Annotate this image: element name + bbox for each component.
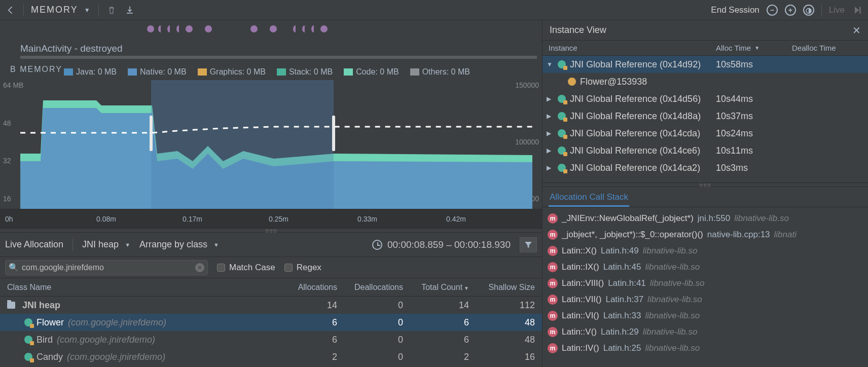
object-icon — [568, 78, 576, 86]
table-row[interactable]: Bird (com.google.jnirefdemo) 60648 — [0, 331, 542, 348]
method-badge-icon: m — [548, 295, 558, 305]
search-icon: 🔍 — [9, 263, 19, 272]
toolbar-separator — [821, 4, 822, 16]
instance-row[interactable]: ▼ JNI Global Reference (0x14d92)10s58ms — [542, 56, 868, 73]
x-axis: 0h 0.08m 0.17m 0.25m 0.33m 0.42m — [0, 209, 542, 228]
sort-desc-icon: ▼ — [464, 285, 469, 291]
memory-legend: Java: 0 MB Native: 0 MB Graphics: 0 MB S… — [0, 65, 542, 79]
allocation-mode-select[interactable]: Live Allocation — [5, 239, 63, 250]
folder-icon — [7, 302, 15, 309]
profiler-tab-selector[interactable]: MEMORY ▼ — [31, 5, 91, 15]
object-icon — [558, 112, 566, 120]
stack-frame[interactable]: m _jobject*, _jobject*)::$_0::operator()… — [548, 227, 863, 243]
instance-row[interactable]: ▶ JNI Global Reference (0x14d56)10s44ms — [542, 90, 868, 107]
arrange-select[interactable]: Arrange by class▼ — [139, 239, 219, 250]
header-total-count[interactable]: Total Count▼ — [410, 283, 476, 292]
header-deallocations[interactable]: Deallocations — [344, 283, 410, 292]
main-toolbar: MEMORY ▼ End Session − + ◑ Live — [0, 0, 868, 20]
method-badge-icon: m — [548, 278, 558, 288]
horizontal-grip[interactable]: ⠿⠿⠿ — [542, 182, 868, 187]
instance-row[interactable]: ▶ JNI Global Reference (0x14d8a)10s37ms — [542, 107, 868, 125]
method-badge-icon: m — [548, 213, 558, 224]
disclosure-closed-icon[interactable]: ▶ — [547, 130, 555, 137]
header-instance[interactable]: Instance — [542, 44, 716, 52]
export-icon[interactable] — [124, 5, 135, 16]
header-class-name[interactable]: Class Name — [0, 283, 278, 292]
disclosure-closed-icon[interactable]: ▶ — [547, 147, 555, 154]
instance-view-body: ▼ JNI Global Reference (0x14d92)10s58msF… — [542, 56, 868, 182]
memory-axis-label: B MEMORY — [10, 65, 62, 74]
stack-frame[interactable]: m Latin::VIII() Latin.h:41 libnative-lib… — [548, 275, 863, 291]
disclosure-closed-icon[interactable]: ▶ — [547, 95, 555, 102]
sort-desc-icon: ▼ — [754, 45, 760, 51]
activity-bar — [20, 56, 537, 59]
call-stack-tabs: Allocation Call Stack — [542, 187, 868, 207]
class-table: Class Name Allocations Deallocations Tot… — [0, 278, 542, 367]
table-row[interactable]: Candy (com.google.jnirefdemo) 20216 — [0, 348, 542, 365]
instance-row[interactable]: ▶ JNI Global Reference (0x14ce6)10s11ms — [542, 142, 868, 159]
svg-rect-3 — [332, 116, 335, 151]
table-row[interactable]: Flower (com.google.jnirefdemo) 60648 — [0, 314, 542, 331]
profiler-tab-label: MEMORY — [31, 5, 78, 15]
memory-chart[interactable]: MainActivity - destroyed B MEMORY Java: … — [0, 20, 542, 228]
regex-checkbox[interactable]: Regex — [284, 263, 321, 273]
search-input-wrapper: 🔍 ✕ — [5, 260, 208, 275]
method-badge-icon: m — [548, 311, 558, 321]
object-icon — [558, 129, 566, 137]
match-case-checkbox[interactable]: Match Case — [217, 263, 275, 273]
toolbar-separator — [23, 4, 24, 16]
back-icon[interactable] — [5, 5, 16, 16]
disclosure-open-icon[interactable]: ▼ — [547, 61, 555, 68]
instance-child-row[interactable]: Flower@153938 — [542, 73, 868, 90]
go-live-icon[interactable] — [852, 5, 863, 16]
clear-search-icon[interactable]: ✕ — [195, 263, 204, 272]
object-icon — [558, 164, 566, 172]
class-icon — [24, 318, 32, 326]
toolbar-separator — [98, 4, 99, 16]
table-row-root[interactable]: JNI heap 14 0 14 112 — [0, 297, 542, 314]
stack-frame[interactable]: m _JNIEnv::NewGlobalRef(_jobject*) jni.h… — [548, 210, 863, 227]
zoom-out-icon[interactable]: − — [767, 5, 778, 16]
call-stack-body: m _JNIEnv::NewGlobalRef(_jobject*) jni.h… — [542, 207, 868, 367]
header-alloc-time[interactable]: Alloc Time▼ — [716, 44, 792, 52]
header-allocations[interactable]: Allocations — [278, 283, 344, 292]
chevron-down-icon: ▼ — [84, 7, 91, 14]
method-badge-icon: m — [548, 327, 558, 337]
stack-frame[interactable]: m Latin::X() Latin.h:49 libnative-lib.so — [548, 243, 863, 259]
zoom-in-icon[interactable]: + — [785, 5, 796, 16]
allocation-controls: Live Allocation JNI heap▼ Arrange by cla… — [0, 233, 542, 257]
end-session-button[interactable]: End Session — [711, 5, 759, 15]
disclosure-closed-icon[interactable]: ▶ — [547, 164, 555, 171]
horizontal-grip[interactable]: ⠿⠿⠿ — [0, 228, 542, 233]
controls-separator — [73, 239, 73, 251]
trash-icon[interactable] — [106, 5, 117, 16]
heap-select[interactable]: JNI heap▼ — [82, 239, 130, 250]
method-badge-icon: m — [548, 230, 558, 240]
clock-icon — [372, 240, 382, 250]
disclosure-closed-icon[interactable]: ▶ — [547, 113, 555, 120]
search-input[interactable] — [22, 263, 192, 272]
instance-row[interactable]: ▶ JNI Global Reference (0x14ca2)10s3ms — [542, 159, 868, 176]
activity-label: MainActivity - destroyed — [20, 43, 123, 54]
stack-frame[interactable]: m Latin::IV() Latin.h:25 libnative-lib.s… — [548, 340, 863, 356]
svg-rect-1 — [151, 80, 334, 218]
search-bar: 🔍 ✕ Match Case Regex — [0, 257, 542, 278]
stack-frame[interactable]: m Latin::VII() Latin.h:37 libnative-lib.… — [548, 291, 863, 308]
stack-frame[interactable]: m Latin::V() Latin.h:29 libnative-lib.so — [548, 324, 863, 340]
tab-allocation-call-stack[interactable]: Allocation Call Stack — [549, 189, 629, 207]
header-dealloc-time[interactable]: Dealloc Time — [792, 44, 868, 52]
instance-row[interactable]: ▶ JNI Global Reference (0x14cda)10s24ms — [542, 125, 868, 142]
stack-frame[interactable]: m Latin::VI() Latin.h:33 libnative-lib.s… — [548, 308, 863, 324]
svg-rect-0 — [859, 7, 861, 13]
header-shallow-size[interactable]: Shallow Size — [476, 283, 542, 292]
method-badge-icon: m — [548, 246, 558, 256]
close-icon[interactable]: ✕ — [852, 24, 861, 36]
zoom-reset-icon[interactable]: ◑ — [803, 5, 814, 16]
stack-frame[interactable]: m Latin::IX() Latin.h:45 libnative-lib.s… — [548, 259, 863, 275]
class-table-header: Class Name Allocations Deallocations Tot… — [0, 278, 542, 297]
live-label: Live — [829, 5, 845, 15]
instance-view-columns: Instance Alloc Time▼ Dealloc Time — [542, 41, 868, 56]
chevron-down-icon: ▼ — [213, 242, 219, 248]
gc-events — [147, 25, 328, 32]
filter-button[interactable] — [520, 237, 537, 252]
